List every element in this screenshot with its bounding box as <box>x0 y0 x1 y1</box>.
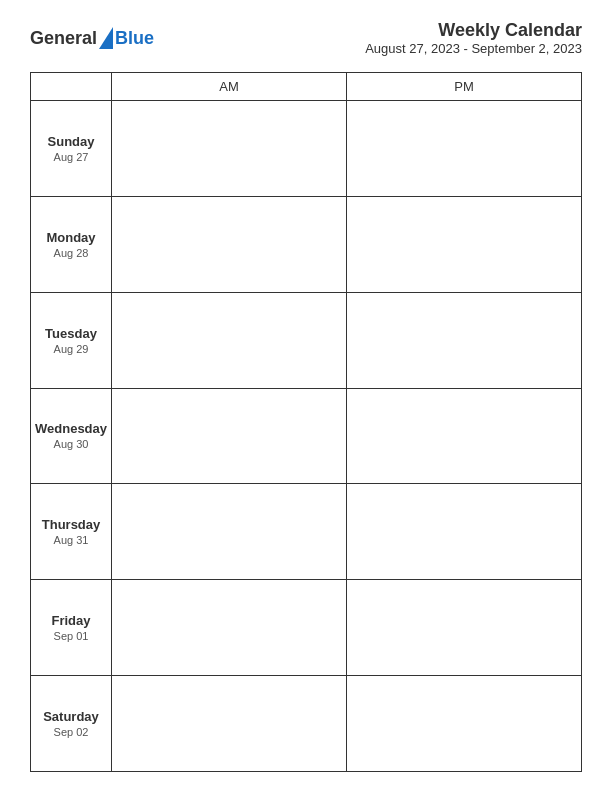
day-date: Sep 02 <box>35 726 107 738</box>
pm-cell-monday[interactable] <box>347 196 582 292</box>
col-header-pm: PM <box>347 73 582 101</box>
day-name: Monday <box>35 230 107 245</box>
table-row: TuesdayAug 29 <box>31 292 582 388</box>
date-range: August 27, 2023 - September 2, 2023 <box>365 41 582 56</box>
day-date: Aug 31 <box>35 534 107 546</box>
am-cell-tuesday[interactable] <box>112 292 347 388</box>
day-name: Tuesday <box>35 326 107 341</box>
pm-cell-friday[interactable] <box>347 580 582 676</box>
day-cell-wednesday: WednesdayAug 30 <box>31 388 112 484</box>
calendar-table: AM PM SundayAug 27MondayAug 28TuesdayAug… <box>30 72 582 772</box>
day-name: Friday <box>35 613 107 628</box>
col-header-day <box>31 73 112 101</box>
table-row: MondayAug 28 <box>31 196 582 292</box>
pm-cell-thursday[interactable] <box>347 484 582 580</box>
day-cell-friday: FridaySep 01 <box>31 580 112 676</box>
calendar-title: Weekly Calendar <box>365 20 582 41</box>
logo-blue-text: Blue <box>115 28 154 49</box>
am-cell-sunday[interactable] <box>112 101 347 197</box>
day-date: Sep 01 <box>35 630 107 642</box>
table-row: ThursdayAug 31 <box>31 484 582 580</box>
day-date: Aug 29 <box>35 343 107 355</box>
page: General Blue Weekly Calendar August 27, … <box>0 0 612 792</box>
day-date: Aug 27 <box>35 151 107 163</box>
table-row: SaturdaySep 02 <box>31 676 582 772</box>
pm-cell-tuesday[interactable] <box>347 292 582 388</box>
pm-cell-sunday[interactable] <box>347 101 582 197</box>
day-cell-saturday: SaturdaySep 02 <box>31 676 112 772</box>
col-header-am: AM <box>112 73 347 101</box>
am-cell-monday[interactable] <box>112 196 347 292</box>
day-cell-monday: MondayAug 28 <box>31 196 112 292</box>
day-cell-thursday: ThursdayAug 31 <box>31 484 112 580</box>
table-row: SundayAug 27 <box>31 101 582 197</box>
day-cell-sunday: SundayAug 27 <box>31 101 112 197</box>
logo-general-text: General <box>30 28 97 49</box>
am-cell-saturday[interactable] <box>112 676 347 772</box>
title-block: Weekly Calendar August 27, 2023 - Septem… <box>365 20 582 56</box>
logo: General Blue <box>30 27 154 49</box>
logo-triangle-icon <box>99 27 113 49</box>
table-header-row: AM PM <box>31 73 582 101</box>
day-date: Aug 30 <box>35 438 107 450</box>
header: General Blue Weekly Calendar August 27, … <box>30 20 582 56</box>
pm-cell-saturday[interactable] <box>347 676 582 772</box>
table-row: FridaySep 01 <box>31 580 582 676</box>
day-name: Thursday <box>35 517 107 532</box>
day-date: Aug 28 <box>35 247 107 259</box>
am-cell-thursday[interactable] <box>112 484 347 580</box>
day-name: Wednesday <box>35 421 107 436</box>
day-name: Saturday <box>35 709 107 724</box>
am-cell-friday[interactable] <box>112 580 347 676</box>
day-cell-tuesday: TuesdayAug 29 <box>31 292 112 388</box>
pm-cell-wednesday[interactable] <box>347 388 582 484</box>
day-name: Sunday <box>35 134 107 149</box>
am-cell-wednesday[interactable] <box>112 388 347 484</box>
table-row: WednesdayAug 30 <box>31 388 582 484</box>
